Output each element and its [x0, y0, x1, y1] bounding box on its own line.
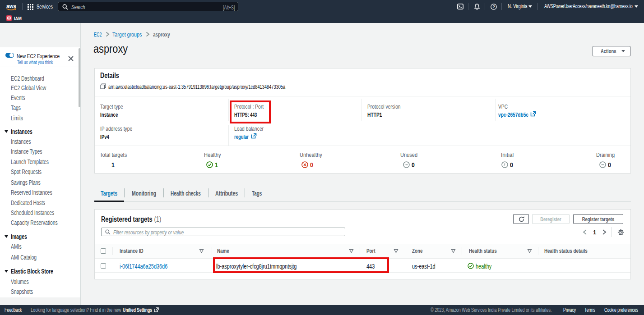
svg-text:?: ?	[492, 5, 495, 9]
